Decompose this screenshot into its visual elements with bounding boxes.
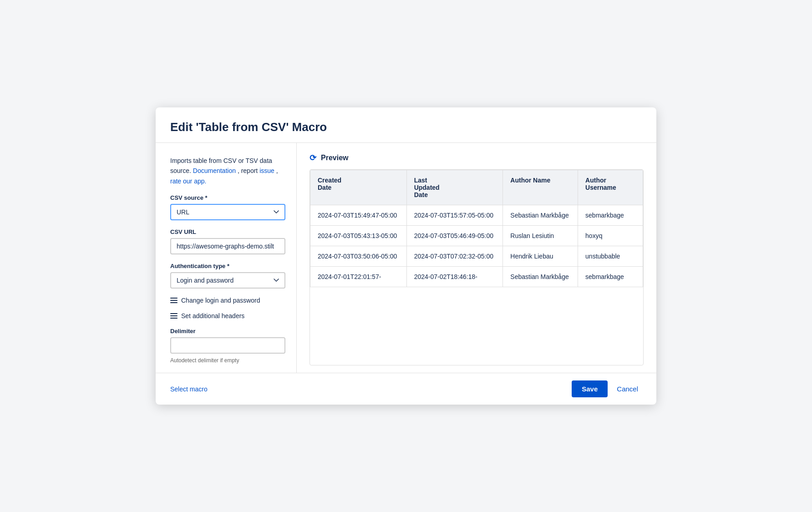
csv-url-input[interactable] (170, 238, 285, 254)
autodetect-hint: Autodetect delimiter if empty (170, 357, 285, 364)
cell-author-username: hoxyq (578, 225, 643, 246)
cell-created: 2024-07-03T05:43:13-05:00 (310, 225, 407, 246)
col-header-author-username: AuthorUsername (578, 170, 643, 205)
preview-header: ⟳ Preview (310, 153, 644, 163)
refresh-icon[interactable]: ⟳ (310, 153, 316, 163)
set-headers-row[interactable]: Set additional headers (170, 312, 285, 319)
csv-source-group: CSV source * URL Attachment Page content (170, 194, 285, 220)
save-button[interactable]: Save (572, 380, 608, 397)
delimiter-label: Delimiter (170, 328, 285, 335)
csv-url-label: CSV URL (170, 228, 285, 235)
modal: Edit 'Table from CSV' Macro Imports tabl… (156, 107, 656, 405)
table-header-row: CreatedDate LastUpdatedDate Author Name … (310, 170, 643, 205)
delimiter-input[interactable] (170, 337, 285, 354)
hamburger-icon (170, 298, 178, 303)
table-row: 2024-07-03T03:50:06-05:00 2024-07-03T07:… (310, 246, 643, 266)
modal-header: Edit 'Table from CSV' Macro (156, 107, 656, 143)
hamburger-icon-2 (170, 313, 178, 319)
cell-author-name: Sebastian Markbåge (503, 266, 578, 287)
table-row: 2024-07-03T15:49:47-05:00 2024-07-03T15:… (310, 205, 643, 225)
right-panel: ⟳ Preview CreatedDate LastUpdatedDate Au… (297, 143, 656, 373)
col-header-updated: LastUpdatedDate (406, 170, 503, 205)
cell-author-name: Ruslan Lesiutin (503, 225, 578, 246)
report-issue-link[interactable]: issue (259, 167, 274, 174)
csv-source-label: CSV source * (170, 194, 285, 201)
cancel-button[interactable]: Cancel (613, 380, 642, 397)
auth-type-label: Authentication type * (170, 263, 285, 269)
preview-title: Preview (321, 154, 348, 162)
cell-created: 2024-07-03T03:50:06-05:00 (310, 246, 407, 266)
auth-type-group: Authentication type * Login and password… (170, 263, 285, 289)
auth-type-select[interactable]: Login and password None Bearer token API… (170, 272, 285, 289)
modal-title: Edit 'Table from CSV' Macro (170, 120, 642, 134)
select-macro-link[interactable]: Select macro (170, 385, 208, 393)
cell-updated: 2024-07-03T05:46:49-05:00 (406, 225, 503, 246)
cell-author-username: sebmarkbage (578, 266, 643, 287)
modal-footer: Select macro Save Cancel (156, 373, 656, 405)
table-row: 2024-07-01T22:01:57- 2024-07-02T18:46:18… (310, 266, 643, 287)
documentation-link[interactable]: Documentation (193, 167, 236, 174)
description-text: Imports table from CSV or TSV data sourc… (170, 156, 285, 186)
preview-table: CreatedDate LastUpdatedDate Author Name … (310, 170, 643, 287)
cell-author-username: sebmarkbage (578, 205, 643, 225)
modal-body: Imports table from CSV or TSV data sourc… (156, 143, 656, 373)
csv-source-select[interactable]: URL Attachment Page content (170, 204, 285, 220)
change-login-label: Change login and password (181, 297, 260, 304)
cell-updated: 2024-07-02T18:46:18- (406, 266, 503, 287)
left-panel: Imports table from CSV or TSV data sourc… (156, 143, 297, 373)
cell-author-name: Sebastian Markbåge (503, 205, 578, 225)
cell-created: 2024-07-01T22:01:57- (310, 266, 407, 287)
set-headers-label: Set additional headers (181, 312, 244, 319)
rate-app-link[interactable]: rate our app. (170, 177, 206, 185)
footer-actions: Save Cancel (572, 380, 642, 397)
cell-updated: 2024-07-03T07:02:32-05:00 (406, 246, 503, 266)
preview-table-container: CreatedDate LastUpdatedDate Author Name … (310, 169, 644, 365)
change-login-row[interactable]: Change login and password (170, 297, 285, 304)
col-header-author-name: Author Name (503, 170, 578, 205)
cell-author-name: Hendrik Liebau (503, 246, 578, 266)
cell-created: 2024-07-03T15:49:47-05:00 (310, 205, 407, 225)
col-header-created: CreatedDate (310, 170, 407, 205)
cell-updated: 2024-07-03T15:57:05-05:00 (406, 205, 503, 225)
table-row: 2024-07-03T05:43:13-05:00 2024-07-03T05:… (310, 225, 643, 246)
delimiter-group: Delimiter Autodetect delimiter if empty (170, 328, 285, 364)
cell-author-username: unstubbable (578, 246, 643, 266)
csv-url-group: CSV URL (170, 228, 285, 254)
